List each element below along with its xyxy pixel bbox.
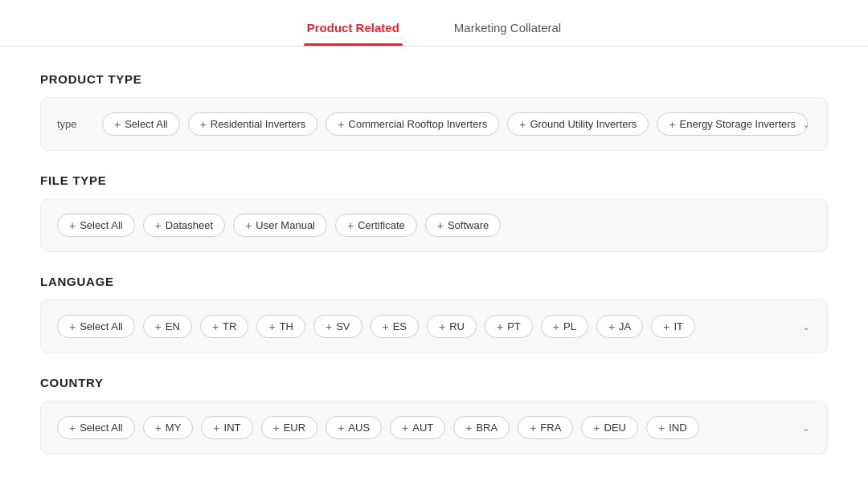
plus-icon: + bbox=[69, 220, 76, 231]
plus-icon: + bbox=[439, 321, 445, 332]
chip-select-all-language[interactable]: + Select All bbox=[57, 315, 135, 338]
chip-country-aut[interactable]: + AUT bbox=[390, 416, 445, 439]
chip-lang-it[interactable]: + IT bbox=[651, 315, 695, 338]
section-title-language: LANGUAGE bbox=[40, 275, 828, 288]
plus-icon: + bbox=[212, 321, 219, 332]
chip-country-fra[interactable]: + FRA bbox=[518, 416, 573, 439]
chip-datasheet[interactable]: + Datasheet bbox=[143, 214, 225, 237]
chip-lang-th[interactable]: + TH bbox=[256, 315, 305, 338]
chip-select-all-country[interactable]: + Select All bbox=[57, 416, 135, 439]
section-file-type: FILE TYPE + Select All + Datasheet + Use… bbox=[40, 173, 828, 252]
plus-icon: + bbox=[200, 119, 207, 130]
plus-icon: + bbox=[383, 321, 389, 332]
section-title-country: COUNTRY bbox=[40, 376, 828, 389]
plus-icon: + bbox=[155, 321, 162, 332]
chip-energy-storage[interactable]: + Energy Storage Inverters bbox=[657, 112, 808, 136]
plus-icon: + bbox=[437, 220, 444, 231]
plus-icon: + bbox=[69, 422, 76, 434]
plus-icon: + bbox=[497, 321, 503, 332]
chip-country-int[interactable]: + INT bbox=[201, 416, 252, 439]
plus-icon: + bbox=[326, 321, 332, 332]
chip-software[interactable]: + Software bbox=[425, 214, 502, 237]
chip-select-all-product[interactable]: + Select All bbox=[102, 112, 180, 136]
chip-lang-ja[interactable]: + JA bbox=[596, 315, 643, 338]
plus-icon: + bbox=[402, 422, 408, 434]
chip-lang-tr[interactable]: + TR bbox=[200, 315, 249, 338]
plus-icon: + bbox=[465, 422, 472, 434]
section-title-file-type: FILE TYPE bbox=[40, 173, 828, 187]
plus-icon: + bbox=[268, 321, 275, 332]
chip-ground-utility[interactable]: + Ground Utility Inverters bbox=[507, 112, 649, 136]
plus-icon: + bbox=[553, 321, 559, 332]
section-product-type: PRODUCT TYPE type + Select All + Residen… bbox=[40, 72, 828, 151]
tab-product-related[interactable]: Product Related bbox=[304, 13, 403, 46]
chip-lang-pt[interactable]: + PT bbox=[485, 315, 533, 338]
chip-country-my[interactable]: + MY bbox=[143, 416, 194, 439]
tab-marketing-collateral[interactable]: Marketing Collateral bbox=[451, 13, 564, 46]
section-language: LANGUAGE + Select All + EN + TR + TH + S… bbox=[40, 275, 828, 353]
plus-icon: + bbox=[155, 422, 162, 434]
tabs-bar: Product Related Marketing Collateral bbox=[0, 0, 868, 47]
plus-icon: + bbox=[273, 422, 280, 434]
expand-product-type-button[interactable]: ⌄ bbox=[796, 115, 816, 134]
plus-icon: + bbox=[663, 321, 669, 332]
chip-certificate[interactable]: + Certificate bbox=[335, 214, 417, 237]
chip-country-eur[interactable]: + EUR bbox=[261, 416, 318, 439]
plus-icon: + bbox=[338, 119, 344, 130]
chip-country-aus[interactable]: + AUS bbox=[326, 416, 382, 439]
section-country: COUNTRY + Select All + MY + INT + EUR + … bbox=[40, 376, 828, 454]
plus-icon: + bbox=[347, 220, 354, 231]
plus-icon: + bbox=[519, 119, 526, 130]
chip-residential-inverters[interactable]: + Residential Inverters bbox=[188, 112, 318, 136]
chip-lang-pl[interactable]: + PL bbox=[541, 315, 588, 338]
chip-lang-sv[interactable]: + SV bbox=[313, 315, 362, 338]
plus-icon: + bbox=[669, 119, 675, 130]
product-type-label: type bbox=[57, 118, 89, 130]
chip-select-all-file[interactable]: + Select All bbox=[57, 214, 135, 237]
expand-country-button[interactable]: ⌄ bbox=[796, 418, 816, 438]
plus-icon: + bbox=[213, 422, 219, 434]
plus-icon: + bbox=[530, 422, 536, 434]
plus-icon: + bbox=[338, 422, 344, 434]
chip-country-ind[interactable]: + IND bbox=[646, 416, 699, 439]
plus-icon: + bbox=[69, 321, 76, 332]
filter-box-product-type: type + Select All + Residential Inverter… bbox=[40, 97, 828, 151]
plus-icon: + bbox=[608, 321, 615, 332]
chip-lang-ru[interactable]: + RU bbox=[427, 315, 477, 338]
filter-box-country: + Select All + MY + INT + EUR + AUS + AU… bbox=[40, 401, 828, 454]
chip-lang-es[interactable]: + ES bbox=[371, 315, 420, 338]
chip-user-manual[interactable]: + User Manual bbox=[233, 214, 327, 237]
plus-icon: + bbox=[114, 119, 121, 130]
chip-country-bra[interactable]: + BRA bbox=[453, 416, 510, 439]
filter-box-file-type: + Select All + Datasheet + User Manual +… bbox=[40, 198, 828, 252]
plus-icon: + bbox=[658, 422, 665, 434]
chip-country-deu[interactable]: + DEU bbox=[581, 416, 638, 439]
plus-icon: + bbox=[155, 220, 162, 231]
chip-lang-en[interactable]: + EN bbox=[143, 315, 192, 338]
filter-box-language: + Select All + EN + TR + TH + SV + ES bbox=[40, 300, 828, 353]
section-title-product-type: PRODUCT TYPE bbox=[40, 72, 828, 86]
main-content: PRODUCT TYPE type + Select All + Residen… bbox=[0, 47, 868, 485]
expand-language-button[interactable]: ⌄ bbox=[796, 317, 816, 336]
chip-commercial-rooftop[interactable]: + Commercial Rooftop Inverters bbox=[326, 112, 499, 136]
plus-icon: + bbox=[245, 220, 252, 231]
plus-icon: + bbox=[593, 422, 600, 434]
